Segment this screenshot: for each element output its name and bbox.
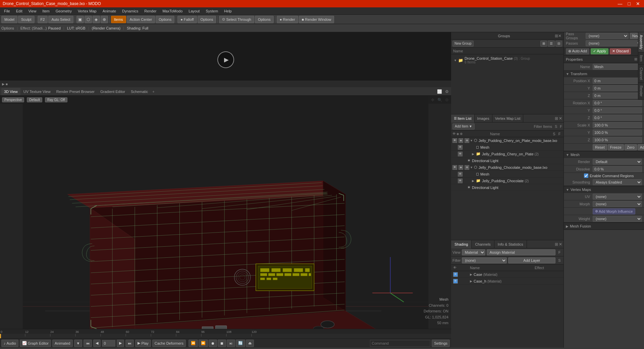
- timeline[interactable]: 0 12 24 36 48 60 72 84 96 108 120: [0, 329, 451, 338]
- action-center-button[interactable]: Action Center: [127, 16, 155, 23]
- render-window-button[interactable]: ■ Render Window: [299, 16, 334, 23]
- case-h-expand[interactable]: ▶: [470, 280, 472, 283]
- transport-btn-3[interactable]: ⏺: [209, 340, 217, 347]
- item-vis-lock[interactable]: ⊕: [465, 138, 469, 143]
- frame-input[interactable]: [102, 340, 115, 347]
- tool-icon-4[interactable]: ⊕: [101, 16, 108, 23]
- options3-button[interactable]: Options: [255, 16, 274, 23]
- shading-case-eye[interactable]: 👁: [453, 272, 458, 277]
- uv-select[interactable]: (none): [593, 194, 642, 200]
- item-vis-render[interactable]: ◈: [459, 138, 463, 143]
- menu-animate[interactable]: Animate: [100, 8, 119, 14]
- model-button[interactable]: Model: [1, 16, 17, 23]
- add-layer-button[interactable]: Add Layer: [508, 257, 555, 263]
- smoothing-select[interactable]: Always Enabled: [593, 179, 642, 185]
- settings-button[interactable]: Settings: [432, 340, 450, 347]
- freeze-button[interactable]: Freeze: [608, 144, 624, 150]
- morph-select[interactable]: (none): [593, 201, 642, 207]
- item-choc-group-eye[interactable]: 👁: [458, 179, 463, 183]
- menu-file[interactable]: File: [1, 8, 13, 14]
- menu-edit[interactable]: Edit: [13, 8, 25, 14]
- menu-dynamics[interactable]: Dynamics: [119, 8, 141, 14]
- menu-render[interactable]: Render: [142, 8, 159, 14]
- tab-vertex-map[interactable]: Vertex Map List: [492, 114, 524, 122]
- item-choc-eye[interactable]: 👁: [452, 165, 457, 170]
- item-row-dir-light2[interactable]: ☀ Directional Light: [451, 184, 564, 191]
- raygl-button[interactable]: Ray GL: Off: [45, 97, 67, 102]
- add-item-button[interactable]: Add Item ▼: [452, 123, 475, 130]
- shading-row-case[interactable]: 👁 ▶ Case (Material): [451, 271, 564, 278]
- item-mesh-eye[interactable]: 👁: [458, 145, 463, 150]
- groups-collapse-btn[interactable]: ✕: [558, 34, 561, 38]
- item-tab-settings-icon[interactable]: ✕: [559, 116, 562, 121]
- new-group-button[interactable]: New Group: [452, 41, 474, 47]
- item-row-mesh2[interactable]: 👁 ◻ Mesh: [451, 171, 564, 178]
- viewport-settings-icon[interactable]: ⚙: [444, 89, 450, 95]
- add-tab-button[interactable]: +: [151, 89, 156, 94]
- enable-cmd-checkbox[interactable]: [584, 173, 588, 178]
- item-row-cherry-scene[interactable]: 👁 ◈ ⊕ ▼ ⬡ Jelly_Pudding_Chery_on_Plate_m…: [451, 137, 564, 144]
- zero-button[interactable]: Zero: [625, 144, 637, 150]
- group-item-main[interactable]: ▼ 📁 Drone_Control_Station_Case (3) : Gro…: [453, 56, 561, 65]
- step-back-button[interactable]: ◀: [93, 340, 101, 347]
- transform-header[interactable]: ▼ Transform: [564, 70, 644, 77]
- tool-icon-3[interactable]: ◈: [93, 16, 100, 23]
- prop-tab-channel[interactable]: Channel: [638, 65, 644, 83]
- prop-tab-assembly[interactable]: Assembly: [638, 32, 644, 52]
- item-group-eye[interactable]: 👁: [458, 152, 463, 156]
- filter-select[interactable]: (none): [462, 257, 506, 263]
- shading-expand-icon[interactable]: ⊞: [555, 242, 558, 247]
- tab-gradient-editor[interactable]: Gradient Editor: [98, 88, 128, 95]
- prop-tab-item[interactable]: Item: [638, 52, 644, 64]
- item-choc-group-expand[interactable]: ▶: [472, 179, 475, 183]
- item-group-expand[interactable]: ▶: [472, 152, 475, 156]
- next-frame-button[interactable]: ⏭: [125, 340, 134, 347]
- menu-view[interactable]: View: [26, 8, 39, 14]
- item-choc-render[interactable]: ◈: [459, 165, 463, 170]
- assign-material-button[interactable]: Assign Material: [487, 249, 555, 255]
- tab-item-list[interactable]: ☰Item List: [451, 114, 475, 122]
- close-button[interactable]: ✕: [635, 1, 641, 6]
- transport-btn-2[interactable]: ⏩: [199, 340, 208, 347]
- render-button[interactable]: ● Render: [277, 16, 298, 23]
- render-select[interactable]: Default: [593, 159, 642, 165]
- tool-icon-1[interactable]: ▣: [76, 16, 84, 23]
- shading-row-case-h[interactable]: 👁 ▶ Case_h (Material): [451, 278, 564, 285]
- menu-layout[interactable]: Layout: [186, 8, 202, 14]
- transport-btn-5[interactable]: ⏯: [227, 340, 235, 347]
- options1-button[interactable]: Options: [156, 16, 174, 23]
- menu-help[interactable]: Help: [221, 8, 234, 14]
- play-button-bottom[interactable]: ▶ Play: [135, 340, 151, 347]
- groups-view-btn1[interactable]: ⊞: [540, 41, 547, 47]
- shading-case-h-eye[interactable]: 👁: [453, 279, 458, 284]
- discard-button[interactable]: ✕ Discard: [610, 48, 631, 54]
- sculpt-button[interactable]: Sculpt: [18, 16, 35, 23]
- mesh-fusion-header[interactable]: ▶ Mesh Fusion: [564, 223, 644, 230]
- item-expand-icon[interactable]: ▼: [470, 139, 473, 142]
- animated-dropdown[interactable]: ▼: [74, 340, 83, 347]
- vertex-maps-header[interactable]: ▼ Vertex Maps: [564, 186, 644, 193]
- item-vis-eye[interactable]: 👁: [452, 138, 457, 143]
- auto-add-button[interactable]: ⊕ Auto Add: [566, 48, 589, 54]
- pass-groups-select[interactable]: (none): [586, 33, 629, 39]
- tool-icon-2[interactable]: ⬡: [85, 16, 92, 23]
- f2-button[interactable]: F2: [38, 16, 48, 23]
- minimize-button[interactable]: —: [616, 1, 624, 6]
- item-mesh2-eye[interactable]: 👁: [458, 172, 463, 177]
- item-choc-lock[interactable]: ⊕: [465, 165, 469, 170]
- cache-deformers-button[interactable]: Cache Deformers: [152, 340, 186, 347]
- menu-item[interactable]: Item: [40, 8, 52, 14]
- tab-info-stats[interactable]: Info & Statistics: [494, 240, 527, 248]
- groups-view-btn2[interactable]: ☰: [548, 41, 555, 47]
- dissolve-value[interactable]: 0.0 %: [593, 166, 642, 172]
- group-expand-icon[interactable]: ▼: [454, 59, 457, 62]
- command-input[interactable]: [370, 340, 430, 347]
- item-row-cherry-group[interactable]: 👁 ▶ 📁 Jelly_Pudding_Chery_on_Plate (2): [451, 151, 564, 157]
- transport-btn-7[interactable]: ⏏: [246, 340, 254, 347]
- auto-select-button[interactable]: Auto Select: [48, 16, 73, 23]
- play-button[interactable]: [217, 51, 234, 68]
- add-morph-influence-button[interactable]: ⊕ Add Morph Influence: [593, 208, 635, 214]
- tab-schematic[interactable]: Schematic: [128, 88, 151, 95]
- tab-3d-view[interactable]: 3D View: [1, 88, 20, 95]
- mesh-section-header[interactable]: ▼ Mesh: [564, 151, 644, 158]
